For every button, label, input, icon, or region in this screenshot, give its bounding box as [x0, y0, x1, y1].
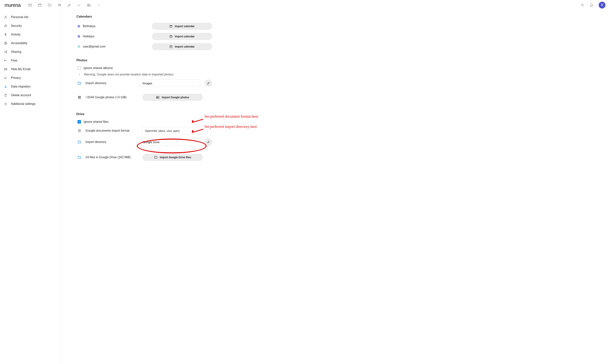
- svg-point-3: [60, 4, 61, 5]
- avatar[interactable]: B: [599, 2, 606, 9]
- accessibility-icon: [4, 41, 8, 45]
- svg-rect-25: [80, 96, 81, 97]
- header-right: B: [581, 2, 606, 9]
- sidebar-item-label: Delete account: [11, 93, 31, 97]
- sidebar-item-label: Data migration: [11, 85, 31, 88]
- lock-icon: [4, 24, 8, 28]
- sidebar-item-label: Sharing: [11, 50, 21, 53]
- sidebar-item-label: Activity: [11, 33, 21, 36]
- svg-point-7: [98, 5, 99, 5]
- svg-point-13: [5, 42, 6, 43]
- calendars-section: Calendars Birthdays Import calendar Holi…: [76, 15, 212, 52]
- lightning-icon: [4, 33, 8, 36]
- calendar-row: Holidays Import calendar: [76, 31, 212, 41]
- import-google-photos-button[interactable]: Import Google photos: [143, 94, 203, 101]
- sidebar-item-label: Additional settings: [11, 102, 36, 106]
- svg-rect-24: [78, 96, 79, 97]
- import-calendar-button[interactable]: Import calendar: [152, 33, 212, 40]
- flow-icon: [4, 59, 8, 63]
- checkbox-icon[interactable]: [78, 66, 81, 70]
- sidebar-item-flow[interactable]: Flow: [0, 56, 61, 65]
- calendar-icon[interactable]: [38, 3, 42, 7]
- brand-logo: murena: [4, 2, 21, 8]
- import-calendar-button[interactable]: Import calendar: [152, 23, 212, 30]
- calendar-color-dot: [78, 25, 80, 27]
- folder-icon: [78, 156, 81, 159]
- svg-rect-22: [170, 36, 172, 38]
- import-calendar-button[interactable]: Import calendar: [152, 43, 212, 50]
- image-icon[interactable]: [87, 3, 91, 7]
- pencil-icon[interactable]: [67, 3, 71, 7]
- photos-count-row: >3244 Google photos (>3 GiB) Import Goog…: [76, 92, 212, 103]
- svg-rect-21: [170, 25, 172, 27]
- svg-point-10: [5, 16, 6, 17]
- envelope-icon: [4, 67, 8, 71]
- checkbox-label: Ignore shared albums: [84, 66, 113, 70]
- sidebar-item-activity[interactable]: Activity: [0, 30, 61, 39]
- sidebar-item-privacy[interactable]: Privacy: [0, 74, 61, 82]
- svg-rect-17: [4, 60, 5, 61]
- annotation-arrow-icon: [192, 128, 203, 133]
- svg-line-31: [193, 119, 203, 122]
- svg-rect-11: [5, 26, 7, 27]
- sidebar-item-data-migration[interactable]: Data migration: [0, 82, 61, 91]
- gear-icon: [4, 102, 8, 106]
- svg-point-19: [4, 78, 6, 79]
- folder-icon: [78, 81, 81, 85]
- svg-point-6: [98, 5, 98, 5]
- contacts-icon[interactable]: [58, 3, 61, 7]
- calendar-color-dot: [78, 45, 80, 48]
- sidebar-item-additional-settings[interactable]: Additional settings: [0, 100, 61, 108]
- edit-dir-button[interactable]: [205, 79, 212, 87]
- sidebar-item-label: Accessibility: [11, 41, 27, 45]
- photos-count-label: >3244 Google photos (>3 GiB): [85, 96, 140, 99]
- svg-point-20: [5, 104, 6, 104]
- info-icon: i: [78, 72, 81, 76]
- trash-icon: [4, 93, 8, 97]
- calendar-name: user@gmail.com: [83, 45, 106, 48]
- more-icon[interactable]: [97, 3, 101, 7]
- ignore-shared-albums-row[interactable]: Ignore shared albums: [76, 65, 212, 71]
- sidebar-item-sharing[interactable]: Sharing: [0, 48, 61, 56]
- sidebar-item-hide-my-email[interactable]: Hide My Email: [0, 65, 61, 74]
- bell-icon[interactable]: [590, 3, 593, 7]
- svg-point-9: [581, 4, 583, 6]
- folder-icon: [78, 140, 81, 144]
- calendar-row: Birthdays Import calendar: [76, 21, 212, 31]
- folder-icon[interactable]: [48, 3, 52, 7]
- checkbox-label: Ignore shared files: [84, 120, 108, 124]
- share-icon: [4, 50, 8, 54]
- annotation-ellipse: [137, 139, 207, 153]
- calendar-name: Holidays: [83, 35, 94, 38]
- import-google-drive-button[interactable]: Import Google Drive files: [143, 154, 203, 161]
- photos-title: Photos: [76, 58, 212, 62]
- check-icon[interactable]: [77, 3, 81, 7]
- search-icon[interactable]: [581, 3, 584, 7]
- settings-sidebar: Personal info Security Activity Accessib…: [0, 10, 61, 364]
- calendar-color-dot: [78, 35, 80, 38]
- grid-icon: [78, 95, 81, 99]
- app-header: murena B: [0, 0, 610, 10]
- photos-section: Photos Ignore shared albums i Warning: G…: [76, 58, 212, 103]
- sidebar-item-label: Personal info: [11, 15, 28, 19]
- photos-import-dir-input[interactable]: [140, 79, 200, 87]
- drive-count-label: 24 files in Google Drive (242 MiB): [85, 156, 140, 159]
- checkbox-icon[interactable]: [78, 120, 81, 124]
- sidebar-item-personal-info[interactable]: Personal info: [0, 13, 61, 22]
- sidebar-item-security[interactable]: Security: [0, 22, 61, 30]
- photos-warning-row: i Warning: Google does not provide locat…: [76, 71, 212, 78]
- svg-point-2: [58, 4, 59, 5]
- sidebar-item-label: Security: [11, 24, 22, 27]
- download-icon: [4, 85, 8, 89]
- svg-rect-27: [80, 98, 81, 99]
- mail-icon[interactable]: [28, 3, 32, 7]
- import-dir-label: Import directory: [85, 140, 138, 144]
- calendar-row: user@gmail.com Import calendar: [76, 41, 212, 52]
- user-icon: [4, 15, 8, 19]
- sidebar-item-delete-account[interactable]: Delete account: [0, 91, 61, 100]
- sidebar-item-accessibility[interactable]: Accessibility: [0, 39, 61, 48]
- drive-title: Drive: [76, 112, 212, 116]
- svg-rect-26: [78, 98, 79, 99]
- main-content: Calendars Birthdays Import calendar Holi…: [61, 10, 610, 364]
- format-value: OpenXML (docx, xlsx, pptx): [145, 129, 180, 132]
